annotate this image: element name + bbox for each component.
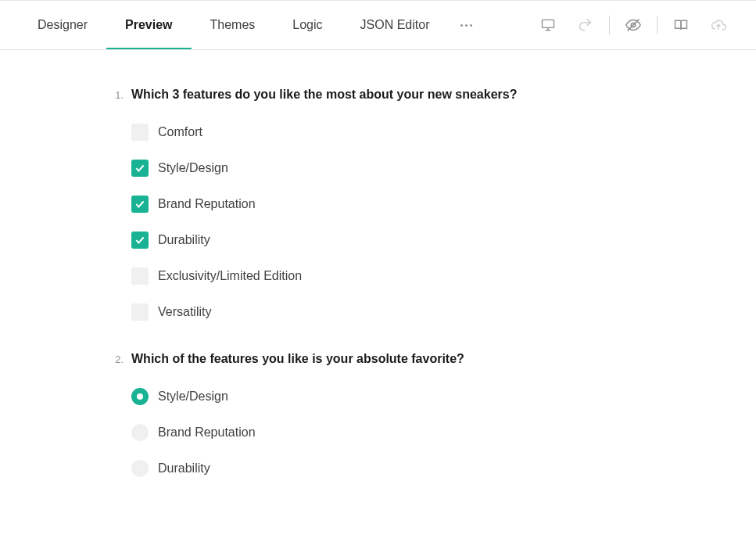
toolbar-separator bbox=[657, 16, 657, 34]
option-label: Durability bbox=[158, 233, 210, 247]
top-toolbar: Designer Preview Themes Logic JSON Edito… bbox=[0, 0, 756, 50]
svg-rect-0 bbox=[543, 20, 554, 27]
checkbox-option-style-design[interactable]: Style/Design bbox=[131, 160, 647, 177]
visibility-off-button[interactable] bbox=[614, 1, 652, 49]
toolbar-actions bbox=[529, 1, 737, 49]
tab-json-editor[interactable]: JSON Editor bbox=[342, 1, 449, 49]
survey-content: 1. Which 3 features do you like the most… bbox=[0, 50, 756, 477]
checkbox-option-durability[interactable]: Durability bbox=[131, 232, 647, 249]
option-label: Versatility bbox=[158, 305, 211, 319]
option-label: Style/Design bbox=[158, 389, 228, 404]
question-2: 2. Which of the features you like is you… bbox=[109, 352, 647, 477]
checkbox-option-versatility[interactable]: Versatility bbox=[131, 303, 647, 321]
question-title: Which of the features you like is your a… bbox=[131, 352, 464, 366]
option-label: Durability bbox=[158, 461, 210, 476]
tab-themes[interactable]: Themes bbox=[192, 1, 274, 49]
redo-button[interactable] bbox=[567, 1, 604, 49]
option-label: Brand Reputation bbox=[158, 197, 256, 211]
radio-option-style-design[interactable]: Style/Design bbox=[131, 388, 647, 405]
checkbox-option-brand-reputation[interactable]: Brand Reputation bbox=[131, 196, 647, 213]
question-number: 1. bbox=[109, 89, 124, 101]
checkbox-checked-icon bbox=[131, 160, 149, 177]
option-label: Exclusivity/Limited Edition bbox=[158, 269, 302, 283]
radio-icon bbox=[131, 424, 149, 441]
question-number: 2. bbox=[109, 354, 124, 365]
radio-icon bbox=[131, 460, 149, 477]
tab-logic[interactable]: Logic bbox=[274, 1, 341, 49]
question-2-options: Style/Design Brand Reputation Durability bbox=[109, 388, 647, 477]
more-icon bbox=[460, 24, 472, 27]
checkbox-checked-icon bbox=[131, 196, 149, 213]
book-open-icon bbox=[673, 17, 689, 33]
cloud-upload-icon bbox=[711, 17, 726, 33]
device-desktop-button[interactable] bbox=[529, 1, 567, 49]
question-1-options: Comfort Style/Design Brand Reputation Du… bbox=[109, 124, 647, 321]
tab-more-button[interactable] bbox=[448, 1, 485, 49]
checkbox-icon bbox=[131, 267, 149, 285]
desktop-icon bbox=[540, 17, 556, 33]
tab-preview[interactable]: Preview bbox=[106, 1, 191, 49]
option-label: Comfort bbox=[158, 125, 202, 139]
question-title: Which 3 features do you like the most ab… bbox=[131, 88, 517, 102]
question-1: 1. Which 3 features do you like the most… bbox=[109, 88, 647, 321]
question-header: 1. Which 3 features do you like the most… bbox=[109, 88, 647, 102]
option-label: Brand Reputation bbox=[158, 425, 256, 440]
option-label: Style/Design bbox=[158, 161, 228, 175]
checkbox-option-exclusivity[interactable]: Exclusivity/Limited Edition bbox=[131, 267, 647, 285]
tab-designer[interactable]: Designer bbox=[19, 1, 106, 49]
cloud-upload-button[interactable] bbox=[700, 1, 737, 49]
question-header: 2. Which of the features you like is you… bbox=[109, 352, 647, 366]
checkbox-icon bbox=[131, 303, 149, 321]
toolbar-separator bbox=[609, 16, 610, 34]
eye-slash-icon bbox=[625, 16, 642, 34]
library-button[interactable] bbox=[662, 1, 700, 49]
checkbox-icon bbox=[131, 124, 149, 141]
tabs-container: Designer Preview Themes Logic JSON Edito… bbox=[19, 1, 485, 49]
radio-selected-icon bbox=[131, 388, 149, 405]
redo-icon bbox=[578, 17, 593, 33]
checkbox-option-comfort[interactable]: Comfort bbox=[131, 124, 647, 141]
checkbox-checked-icon bbox=[131, 232, 149, 249]
radio-option-durability[interactable]: Durability bbox=[131, 460, 647, 477]
radio-option-brand-reputation[interactable]: Brand Reputation bbox=[131, 424, 647, 441]
